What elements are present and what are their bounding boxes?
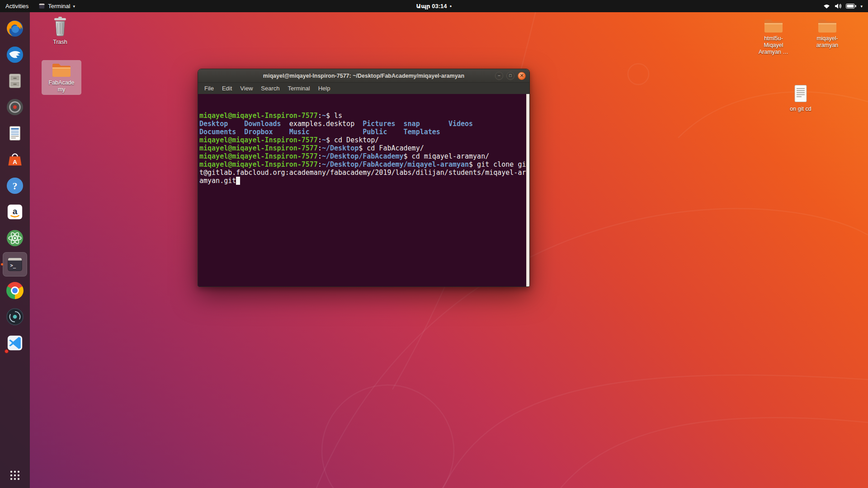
menu-item-file[interactable]: File — [200, 83, 218, 94]
terminal-menubar: File Edit View Search Terminal Help — [198, 83, 529, 94]
dock-item-chrome[interactable] — [3, 278, 27, 303]
dock-item-firefox[interactable] — [3, 16, 27, 41]
terminal-screen[interactable]: miqayel@miqayel-Inspiron-7577:~$ lsDeskt… — [198, 94, 529, 286]
dock-item-libreoffice-writer[interactable] — [3, 121, 27, 145]
volume-icon — [835, 3, 842, 9]
app-menu-button[interactable]: Terminal ▾ — [34, 0, 80, 12]
activities-button[interactable]: Activities — [0, 0, 34, 12]
window-titlebar[interactable]: miqayel@miqayel-Inspiron-7577: ~/Desktop… — [198, 69, 529, 83]
firefox-icon — [6, 20, 24, 37]
minimize-button[interactable]: – — [495, 72, 503, 80]
desktop-icon-miqayel-aramyan-folder[interactable]: miqayel-aramyan — [807, 17, 847, 49]
dock: A ? a >_ — [0, 12, 30, 488]
terminal-line: miqayel@miqayel-Inspiron-7577:~$ ls — [199, 112, 529, 120]
app-menu-terminal-icon — [38, 3, 45, 9]
desktop-icon-label: on git cd — [790, 106, 811, 113]
trash-icon — [51, 15, 69, 37]
menu-item-view[interactable]: View — [236, 83, 257, 94]
svg-text:A: A — [13, 159, 17, 165]
battery-icon — [846, 4, 856, 9]
dock-item-thunderbird[interactable] — [3, 42, 27, 67]
maximize-button[interactable]: □ — [506, 72, 514, 80]
terminal-line: t@gitlab.fabcloud.org:academany/fabacade… — [199, 169, 529, 177]
app-menu-label: Terminal — [48, 3, 70, 9]
writer-document-icon — [6, 125, 24, 142]
notification-dot: ● — [450, 4, 452, 8]
folder-icon — [817, 17, 838, 33]
terminal-line: amyan.git — [199, 177, 529, 185]
desktop-icon-label: miqayel-aramyan — [812, 35, 842, 49]
terminal-window: miqayel@miqayel-Inspiron-7577: ~/Desktop… — [198, 69, 530, 287]
menu-item-search[interactable]: Search — [257, 83, 283, 94]
desktop-icon-html5u-folder[interactable]: html5u-Miqayel Aramyan … — [754, 17, 793, 55]
speaker-lens-icon — [6, 99, 24, 116]
folder-icon — [763, 17, 784, 33]
terminal-line: miqayel@miqayel-Inspiron-7577:~/Desktop/… — [199, 160, 529, 169]
file-cabinet-icon — [6, 72, 24, 89]
desktop-icon-label: FabAcademy — [47, 80, 76, 93]
chevron-down-icon: ▾ — [73, 4, 75, 9]
terminal-line: Desktop Downloads examples.desktop Pictu… — [199, 120, 529, 128]
dark-lens-app-icon — [6, 308, 24, 325]
svg-text:?: ? — [13, 181, 18, 192]
terminal-output: miqayel@miqayel-Inspiron-7577:~$ lsDeskt… — [199, 112, 529, 185]
window-controls: – □ ✕ — [495, 69, 526, 82]
window-title: miqayel@miqayel-Inspiron-7577: ~/Desktop… — [198, 73, 529, 79]
menu-item-help[interactable]: Help — [314, 83, 335, 94]
dock-item-terminal[interactable]: >_ — [3, 252, 27, 277]
clock-time: Ապր 03:14 — [416, 3, 447, 9]
system-status-area[interactable]: ▾ — [817, 0, 868, 12]
dock-item-rhythmbox[interactable] — [3, 95, 27, 119]
atom-icon — [6, 230, 24, 247]
dock-item-ubuntu-software[interactable]: A — [3, 147, 27, 172]
vscode-icon — [6, 334, 24, 352]
amazon-icon: a — [6, 203, 24, 221]
dock-item-dark-lens-app[interactable] — [3, 305, 27, 329]
terminal-line: miqayel@miqayel-Inspiron-7577:~/Desktop/… — [199, 152, 529, 160]
chevron-down-icon: ▾ — [860, 4, 863, 9]
software-bag-icon: A — [6, 151, 24, 168]
show-applications-button[interactable] — [9, 470, 20, 483]
clock-button[interactable]: Ապր 03:14 ● — [416, 3, 452, 9]
desktop-icon-label: Trash — [53, 39, 67, 46]
terminal-line: miqayel@miqayel-Inspiron-7577:~/Desktop$… — [199, 144, 529, 152]
show-applications-grid-icon — [9, 470, 20, 481]
desktop-icon-fabacademy-folder[interactable]: FabAcademy — [42, 60, 81, 95]
terminal-line: miqayel@miqayel-Inspiron-7577:~$ cd Desk… — [199, 136, 529, 144]
terminal-scrollbar[interactable] — [526, 94, 529, 286]
desktop-icon-label: html5u-Miqayel Aramyan … — [758, 35, 789, 55]
desktop-icon-trash[interactable]: Trash — [40, 15, 80, 46]
running-indicator-dot — [1, 263, 3, 266]
dock-item-amazon[interactable]: a — [3, 200, 27, 224]
menu-item-terminal[interactable]: Terminal — [284, 83, 314, 94]
notification-badge — [5, 349, 9, 353]
help-question-icon: ? — [6, 177, 24, 194]
desktop-icon-on-git-cd[interactable]: on git cd — [781, 84, 821, 113]
thunderbird-icon — [6, 46, 24, 63]
dock-item-help[interactable]: ? — [3, 174, 27, 198]
chrome-icon — [6, 282, 24, 299]
dock-item-atom[interactable] — [3, 226, 27, 250]
dock-item-files[interactable] — [3, 69, 27, 93]
folder-icon — [51, 61, 72, 78]
terminal-icon: >_ — [6, 256, 24, 273]
network-wifi-icon — [823, 3, 830, 9]
dock-item-vscode[interactable] — [3, 331, 27, 355]
close-button[interactable]: ✕ — [518, 72, 526, 80]
menu-item-edit[interactable]: Edit — [218, 83, 236, 94]
terminal-line: Documents Dropbox Music Public Templates — [199, 128, 529, 136]
svg-text:>_: >_ — [10, 263, 16, 268]
top-bar: Activities Terminal ▾ Ապր 03:14 ● ▾ — [0, 0, 868, 12]
text-file-icon — [793, 84, 809, 104]
svg-text:a: a — [13, 206, 18, 216]
